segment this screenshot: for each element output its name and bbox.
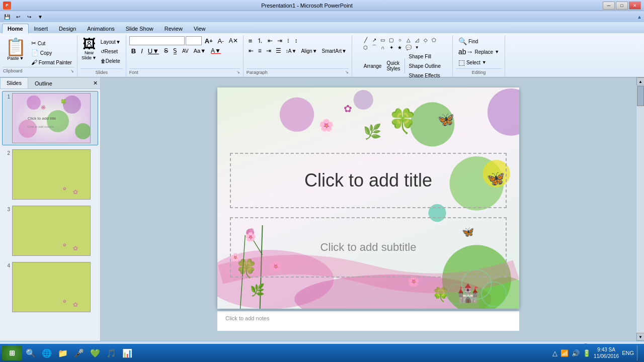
tab-review[interactable]: Review	[159, 24, 188, 33]
clipboard-group-label[interactable]: Clipboard↘	[3, 67, 74, 74]
italic-button[interactable]: I	[139, 46, 145, 55]
arrow-shape-button[interactable]: ↗	[370, 36, 378, 43]
copy-button[interactable]: 📄 Copy	[29, 48, 74, 57]
bold-button[interactable]: B	[129, 46, 138, 55]
qat-save-button[interactable]: 💾	[2, 12, 12, 21]
font-name-box[interactable]	[129, 36, 185, 45]
charspacing-button[interactable]: AV	[180, 46, 191, 55]
font-group-label[interactable]: Font↘	[129, 68, 240, 76]
arrange-button[interactable]: Arrange	[362, 61, 384, 70]
tab-view[interactable]: View	[188, 24, 211, 33]
star4-button[interactable]: ✦	[387, 44, 395, 51]
changecase-button[interactable]: Aa▼	[192, 46, 208, 55]
tab-home[interactable]: Home	[2, 24, 29, 34]
ribbon-collapse-button[interactable]: ▲	[46, 14, 642, 20]
taskbar-app1-button[interactable]: 💚	[88, 345, 103, 360]
replace-button[interactable]: ab→ Replace ▼	[456, 47, 502, 57]
align-text-button[interactable]: Align▼	[299, 46, 319, 55]
scroll-thumb[interactable]	[637, 86, 644, 106]
align-center-button[interactable]: ≡	[256, 46, 264, 55]
triangle-shape-button[interactable]: △	[405, 36, 413, 43]
tab-slideshow[interactable]: Slide Show	[120, 24, 159, 33]
slide-thumb-3[interactable]: 3 ✿ ✿	[2, 204, 98, 258]
roundrect-shape-button[interactable]: ▢	[387, 36, 395, 43]
taskbar-explorer-button[interactable]: 📁	[55, 345, 70, 360]
lineheight-button[interactable]: ↕	[292, 36, 299, 45]
curve-button[interactable]: ⌒	[370, 44, 378, 51]
cut-button[interactable]: ✂ Cut	[29, 39, 74, 48]
tray-network-icon[interactable]: 📶	[560, 349, 569, 357]
fontcolor-button[interactable]: A▼	[209, 46, 223, 55]
numbering-button[interactable]: ⒈	[255, 36, 265, 45]
slide-thumb-2[interactable]: 2 ✿ ✿	[2, 147, 98, 202]
justify-button[interactable]: ☰	[274, 46, 283, 55]
subtitle-placeholder[interactable]: Click to add subtitle	[230, 217, 507, 278]
strikethrough-button[interactable]: S	[162, 46, 170, 55]
panel-close-button[interactable]: ✕	[91, 79, 100, 87]
shape-fill-button[interactable]: Shape Fill	[407, 52, 443, 61]
align-right-button[interactable]: ⇥	[264, 46, 273, 55]
taskbar-voice-button[interactable]: 🎤	[71, 345, 87, 360]
title-placeholder[interactable]: Click to add title	[230, 153, 507, 208]
vertical-scrollbar[interactable]: ▲ ▼	[636, 77, 644, 341]
slide-canvas[interactable]: 🍀 🌿 🦋 🌸 ✿ 🦋 🦋 🍀 🌿 🌸 🍀 🌸	[217, 87, 519, 309]
minimize-button[interactable]: ─	[603, 2, 615, 10]
tab-outline[interactable]: Outline	[28, 78, 59, 88]
taskbar-search-button[interactable]: 🔍	[23, 345, 38, 360]
star5-button[interactable]: ★	[396, 44, 404, 51]
line-shape-button[interactable]: ╱	[362, 36, 370, 43]
slide-thumb-4[interactable]: 4 ✿ ✿	[2, 260, 98, 314]
tab-insert[interactable]: Insert	[29, 24, 54, 33]
delete-button[interactable]: 🗑 Delete	[99, 56, 123, 65]
underline-button[interactable]: U▼	[146, 46, 161, 55]
tray-time[interactable]: 9:43 SA 11/06/2016	[594, 346, 619, 359]
qat-customize-button[interactable]: ▼	[35, 12, 45, 21]
new-slide-button[interactable]: 🖼 New Slide▼	[80, 36, 98, 61]
notes-area[interactable]: Click to add notes	[217, 311, 519, 331]
font-size-box[interactable]	[186, 36, 202, 45]
shape-outline-button[interactable]: Shape Outline	[407, 61, 443, 70]
slide-editing-area[interactable]: 🍀 🌿 🦋 🌸 ✿ 🦋 🦋 🍀 🌿 🌸 🍀 🌸	[101, 77, 636, 341]
bullets-button[interactable]: ≡	[247, 36, 255, 45]
oval-shape-button[interactable]: ○	[396, 36, 404, 43]
rect-shape-button[interactable]: ▭	[379, 36, 387, 43]
slide-thumb-1[interactable]: 1	[2, 91, 98, 145]
columns-button[interactable]: ⫶	[285, 36, 292, 45]
layout-button[interactable]: Layout▼	[99, 37, 123, 46]
font-grow-button[interactable]: A+	[203, 36, 215, 45]
increase-indent-button[interactable]: ⇥	[275, 36, 284, 45]
tray-sound-icon[interactable]: 🔊	[572, 349, 580, 357]
smartart-button[interactable]: SmartArt▼	[320, 46, 349, 55]
quick-styles-button[interactable]: QuickStyles	[384, 61, 402, 70]
taskbar-media-button[interactable]: 🎵	[104, 345, 119, 360]
start-button[interactable]: ⊞	[2, 345, 22, 360]
tab-animations[interactable]: Animations	[82, 24, 120, 33]
arc-button[interactable]: ∩	[379, 44, 387, 51]
qat-undo-button[interactable]: ↩	[13, 12, 23, 21]
tab-slides[interactable]: Slides	[0, 77, 28, 88]
close-button[interactable]: ✕	[629, 2, 641, 10]
text-direction-button[interactable]: ↕A▼	[284, 46, 299, 55]
hexagon-shape-button[interactable]: ⬡	[362, 44, 370, 51]
callout-button[interactable]: 💬	[405, 44, 413, 51]
qat-redo-button[interactable]: ↪	[24, 12, 34, 21]
taskbar-ie-button[interactable]: 🌐	[39, 345, 54, 360]
paste-button[interactable]: 📋	[3, 38, 28, 56]
rtriangle-shape-button[interactable]: ◿	[413, 36, 421, 43]
tab-design[interactable]: Design	[53, 24, 82, 33]
tray-lang[interactable]: ENG	[622, 350, 634, 356]
scroll-down-button[interactable]: ▼	[636, 333, 644, 341]
clear-formatting-button[interactable]: A✕	[227, 36, 240, 45]
tray-notification-icon[interactable]: △	[552, 349, 557, 357]
format-painter-button[interactable]: 🖌 Format Painter	[29, 58, 74, 67]
font-shrink-button[interactable]: A-	[216, 36, 226, 45]
show-desktop-button[interactable]	[637, 345, 640, 360]
select-button[interactable]: ⬚ Select ▼	[456, 57, 502, 67]
more-shapes-button[interactable]: ▼	[413, 44, 421, 51]
scroll-up-button[interactable]: ▲	[636, 77, 644, 85]
taskbar-powerpoint-button[interactable]: 📊	[120, 345, 135, 360]
decrease-indent-button[interactable]: ⇤	[266, 36, 275, 45]
align-left-button[interactable]: ⇤	[247, 46, 256, 55]
maximize-button[interactable]: □	[616, 2, 628, 10]
window-controls[interactable]: ─ □ ✕	[603, 2, 641, 10]
